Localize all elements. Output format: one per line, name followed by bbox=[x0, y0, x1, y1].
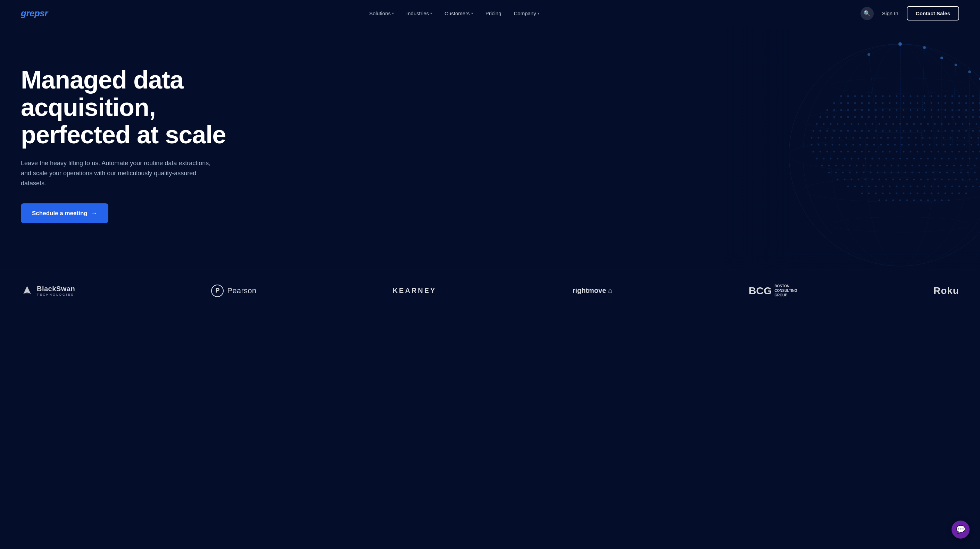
nav-item-solutions[interactable]: Solutions ▾ bbox=[369, 10, 394, 16]
svg-point-238 bbox=[861, 151, 863, 153]
svg-point-10 bbox=[898, 42, 902, 46]
nav-link-customers[interactable]: Customers ▾ bbox=[444, 10, 473, 16]
contact-sales-button[interactable]: Contact Sales bbox=[907, 6, 959, 21]
svg-point-261 bbox=[830, 158, 832, 160]
bcg-subtext: BOSTONCONSULTINGGROUP bbox=[775, 284, 797, 297]
svg-point-372 bbox=[945, 186, 946, 187]
svg-point-274 bbox=[920, 158, 922, 160]
svg-point-338 bbox=[851, 179, 853, 181]
svg-point-197 bbox=[970, 137, 972, 139]
svg-point-210 bbox=[859, 144, 861, 146]
svg-point-161 bbox=[917, 130, 918, 132]
nav-item-company[interactable]: Company ▾ bbox=[514, 10, 539, 16]
svg-point-128 bbox=[878, 123, 880, 125]
hero-subtitle: Leave the heavy lifting to us. Automate … bbox=[21, 158, 222, 188]
pearson-icon: P bbox=[211, 284, 224, 297]
svg-point-330 bbox=[953, 172, 955, 173]
search-button[interactable]: 🔍 bbox=[861, 7, 874, 20]
svg-point-214 bbox=[887, 144, 889, 146]
svg-point-281 bbox=[969, 158, 970, 160]
svg-point-323 bbox=[905, 172, 906, 173]
svg-point-30 bbox=[861, 95, 863, 97]
chevron-down-icon: ▾ bbox=[471, 11, 473, 15]
hero-section: dots placeholder bbox=[0, 27, 980, 270]
svg-point-235 bbox=[840, 151, 842, 153]
svg-point-56 bbox=[896, 102, 898, 104]
svg-point-339 bbox=[858, 179, 859, 181]
svg-point-280 bbox=[962, 158, 964, 160]
logo[interactable]: grepsr bbox=[21, 8, 48, 19]
svg-point-251 bbox=[951, 151, 953, 153]
svg-point-151 bbox=[847, 130, 849, 132]
svg-point-97 bbox=[847, 116, 849, 118]
svg-point-58 bbox=[910, 102, 912, 104]
svg-point-315 bbox=[849, 172, 851, 173]
svg-point-299 bbox=[912, 165, 913, 167]
svg-point-125 bbox=[858, 123, 859, 125]
svg-point-340 bbox=[865, 179, 867, 181]
svg-point-227 bbox=[978, 144, 979, 146]
svg-point-182 bbox=[867, 137, 868, 139]
blackswan-text: BlackSwan TECHNOLOGIES bbox=[37, 285, 75, 297]
svg-point-73 bbox=[854, 109, 856, 111]
svg-point-207 bbox=[838, 144, 840, 146]
nav-link-solutions[interactable]: Solutions ▾ bbox=[369, 10, 394, 16]
svg-point-142 bbox=[976, 123, 978, 125]
svg-point-217 bbox=[908, 144, 910, 146]
svg-point-369 bbox=[924, 186, 926, 187]
hero-content: Managed data acquisition, perfected at s… bbox=[21, 66, 271, 224]
schedule-meeting-button[interactable]: Schedule a meeting → bbox=[21, 203, 108, 223]
svg-point-101 bbox=[875, 116, 877, 118]
svg-point-139 bbox=[955, 123, 957, 125]
nav-link-industries[interactable]: Industries ▾ bbox=[406, 10, 432, 16]
nav-item-customers[interactable]: Customers ▾ bbox=[444, 10, 473, 16]
svg-point-34 bbox=[889, 95, 891, 97]
svg-point-234 bbox=[834, 151, 835, 153]
svg-point-297 bbox=[898, 165, 899, 167]
svg-point-364 bbox=[889, 186, 891, 187]
svg-point-160 bbox=[910, 130, 912, 132]
sign-in-button[interactable]: Sign In bbox=[882, 10, 898, 16]
navbar-actions: 🔍 Sign In Contact Sales bbox=[861, 6, 959, 21]
svg-point-316 bbox=[856, 172, 858, 173]
svg-point-209 bbox=[853, 144, 854, 146]
svg-point-240 bbox=[875, 151, 877, 153]
svg-point-121 bbox=[830, 123, 832, 125]
logos-grid: BlackSwan TECHNOLOGIES P Pearson KEARNEY… bbox=[21, 284, 959, 297]
nav-link-pricing[interactable]: Pricing bbox=[485, 10, 501, 16]
svg-point-89 bbox=[966, 109, 967, 111]
svg-point-226 bbox=[970, 144, 972, 146]
svg-point-233 bbox=[827, 151, 828, 153]
svg-point-259 bbox=[816, 158, 818, 160]
svg-point-71 bbox=[840, 109, 842, 111]
svg-point-185 bbox=[887, 137, 889, 139]
chevron-down-icon: ▾ bbox=[392, 11, 394, 15]
pearson-text: Pearson bbox=[227, 286, 256, 295]
svg-point-61 bbox=[931, 102, 932, 104]
svg-point-29 bbox=[854, 95, 856, 97]
svg-point-376 bbox=[972, 186, 974, 187]
svg-point-362 bbox=[875, 186, 877, 187]
svg-point-165 bbox=[945, 130, 946, 132]
svg-point-186 bbox=[894, 137, 896, 139]
svg-point-123 bbox=[844, 123, 846, 125]
svg-point-305 bbox=[953, 165, 955, 167]
logo-roku: Roku bbox=[934, 285, 959, 297]
svg-point-356 bbox=[976, 179, 978, 181]
svg-point-191 bbox=[929, 137, 931, 139]
svg-point-374 bbox=[958, 186, 960, 187]
svg-point-66 bbox=[966, 102, 967, 104]
nav-item-industries[interactable]: Industries ▾ bbox=[406, 10, 432, 16]
svg-point-37 bbox=[910, 95, 912, 97]
nav-link-company[interactable]: Company ▾ bbox=[514, 10, 539, 16]
svg-point-119 bbox=[816, 123, 818, 125]
svg-point-24 bbox=[955, 64, 957, 66]
svg-point-67 bbox=[972, 102, 974, 104]
svg-point-63 bbox=[945, 102, 946, 104]
svg-point-159 bbox=[903, 130, 905, 132]
svg-point-306 bbox=[960, 165, 962, 167]
nav-item-pricing[interactable]: Pricing bbox=[485, 10, 501, 16]
svg-point-332 bbox=[967, 172, 969, 173]
svg-point-333 bbox=[974, 172, 976, 173]
svg-point-137 bbox=[941, 123, 943, 125]
